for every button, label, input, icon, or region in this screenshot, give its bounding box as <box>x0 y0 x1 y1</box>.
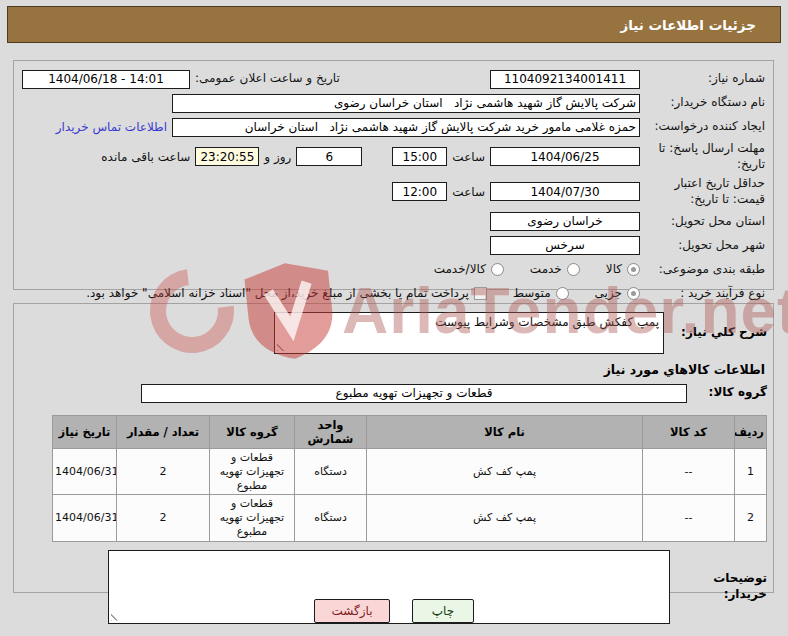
need-description-label: شرح کلي نیاز: <box>669 325 767 341</box>
request-creator-input[interactable] <box>172 118 640 137</box>
goods-group-label: گروه کالا: <box>703 385 767 401</box>
delivery-city-input[interactable] <box>490 236 640 255</box>
col-date: تاریخ نیاز <box>53 416 117 449</box>
announce-datetime-input[interactable] <box>22 70 190 89</box>
row-subject-classification: طبقه بندی موضوعی: کالا خدمت کالا/خدمت <box>22 259 765 279</box>
cell-code: -- <box>643 449 735 495</box>
radio-medium-label: متوسط <box>513 286 551 300</box>
treasury-checkbox[interactable] <box>474 287 487 300</box>
need-goods-panel: شرح کلي نیاز: پمپ کفکش طبق مشخصات وشرایط… <box>13 303 774 593</box>
col-unit: واحد شمارش <box>295 416 367 449</box>
col-qty: تعداد / مقدار <box>117 416 210 449</box>
table-row: 1 -- پمپ کف کش دستگاه قطعات و تجهیزات ته… <box>53 449 767 495</box>
row-delivery-province: استان محل تحویل: <box>22 211 765 231</box>
purchase-process-label: نوع فرآیند خرید : <box>645 286 765 302</box>
goods-table-header-row: ردیف کد کالا نام کالا واحد شمارش گروه کا… <box>53 416 767 449</box>
cell-group: قطعات و تجهیزات تهویه مطبوع <box>210 449 295 495</box>
delivery-province-label: استان محل تحویل: <box>645 214 765 230</box>
cell-qty: 2 <box>117 449 210 495</box>
need-info-panel: شماره نیاز: تاریخ و ساعت اعلان عمومی: نا… <box>13 60 774 290</box>
treasury-checkbox-label: پرداخت تمام یا بخشی از مبلغ خرید،از محل … <box>86 286 469 300</box>
buyer-name-label: نام دستگاه خریدار: <box>645 95 765 111</box>
radio-medium[interactable] <box>556 287 569 300</box>
validity-hour-label: ساعت <box>452 185 485 199</box>
cell-unit: دستگاه <box>295 449 367 495</box>
cell-date: 1404/06/31 <box>53 495 117 541</box>
delivery-city-label: شهر محل تحویل: <box>645 238 765 254</box>
back-button[interactable]: بازگشت <box>314 599 390 623</box>
resize-grip-icon[interactable] <box>277 341 287 351</box>
buyer-notes-label: توضیحات خریدار: <box>675 571 767 602</box>
cell-code: -- <box>643 495 735 541</box>
cell-unit: دستگاه <box>295 495 367 541</box>
footer-buttons: چاپ بازگشت <box>0 599 788 623</box>
days-remaining-input[interactable] <box>296 147 362 166</box>
cell-date: 1404/06/31 <box>53 449 117 495</box>
page-title: جزئیات اطلاعات نیاز <box>7 6 781 43</box>
reply-deadline-date-input[interactable] <box>490 147 640 166</box>
price-validity-time-input[interactable] <box>392 182 447 201</box>
days-label: روز و <box>264 150 291 164</box>
radio-goods-service-label: کالا/خدمت <box>434 262 486 276</box>
goods-group-input[interactable] <box>141 384 687 403</box>
need-number-input[interactable] <box>490 70 640 89</box>
row-buyer-name: نام دستگاه خریدار: <box>22 93 765 113</box>
table-row: 2 -- پمپ کف کش دستگاه قطعات و تجهیزات ته… <box>53 495 767 541</box>
need-details-page: جزئیات اطلاعات نیاز شماره نیاز: تاریخ و … <box>0 0 788 636</box>
cell-row: 1 <box>735 449 767 495</box>
print-button[interactable]: چاپ <box>412 599 474 623</box>
cell-name: پمپ کف کش <box>367 495 643 541</box>
row-need-number: شماره نیاز: تاریخ و ساعت اعلان عمومی: <box>22 69 765 89</box>
price-validity-label: حداقل تاریخ اعتبار قیمت: تا تاریخ: <box>645 176 765 207</box>
need-description-textarea[interactable]: پمپ کفکش طبق مشخصات وشرایط پیوست <box>274 312 664 354</box>
col-group: گروه کالا <box>210 416 295 449</box>
delivery-province-input[interactable] <box>490 212 640 231</box>
need-number-label: شماره نیاز: <box>645 71 765 87</box>
row-price-validity: حداقل تاریخ اعتبار قیمت: تا تاریخ: ساعت <box>22 176 765 207</box>
remaining-label: ساعت باقی مانده <box>101 150 190 164</box>
buyer-contact-link[interactable]: اطلاعات تماس خریدار <box>56 120 167 134</box>
radio-partial[interactable] <box>627 287 640 300</box>
row-goods-group: گروه کالا: <box>20 383 767 403</box>
buyer-name-input[interactable] <box>172 94 640 113</box>
col-name: نام کالا <box>367 416 643 449</box>
price-validity-date-input[interactable] <box>490 182 640 201</box>
col-code: کد کالا <box>643 416 735 449</box>
goods-table: ردیف کد کالا نام کالا واحد شمارش گروه کا… <box>52 415 767 542</box>
cell-row: 2 <box>735 495 767 541</box>
request-creator-label: ایجاد کننده درخواست: <box>645 119 765 135</box>
subject-classification-label: طبقه بندی موضوعی: <box>645 262 765 278</box>
need-description-value: پمپ کفکش طبق مشخصات وشرایط پیوست <box>435 315 659 329</box>
radio-goods-label: کالا <box>606 262 622 276</box>
countdown-input[interactable] <box>195 147 259 166</box>
radio-goods[interactable] <box>627 263 640 276</box>
col-row: ردیف <box>735 416 767 449</box>
radio-partial-label: جزیی <box>595 286 622 300</box>
row-request-creator: ایجاد کننده درخواست: اطلاعات تماس خریدار <box>22 117 765 137</box>
reply-deadline-label: مهلت ارسال پاسخ: تا تاریخ: <box>645 141 765 172</box>
row-need-description: شرح کلي نیاز: پمپ کفکش طبق مشخصات وشرایط… <box>20 312 767 354</box>
reply-deadline-time-input[interactable] <box>392 147 447 166</box>
cell-name: پمپ کف کش <box>367 449 643 495</box>
goods-section-heading: اطلاعات کالاهاي مورد نیاز <box>22 362 765 377</box>
cell-group: قطعات و تجهیزات تهویه مطبوع <box>210 495 295 541</box>
radio-service-label: خدمت <box>530 262 562 276</box>
radio-service[interactable] <box>567 263 580 276</box>
cell-qty: 2 <box>117 495 210 541</box>
radio-goods-service[interactable] <box>491 263 504 276</box>
row-purchase-process: نوع فرآیند خرید : جزیی متوسط پرداخت تمام… <box>22 283 765 303</box>
row-delivery-city: شهر محل تحویل: <box>22 235 765 255</box>
row-reply-deadline: مهلت ارسال پاسخ: تا تاریخ: ساعت روز و سا… <box>22 141 765 172</box>
reply-hour-label: ساعت <box>452 150 485 164</box>
announce-datetime-label: تاریخ و ساعت اعلان عمومی: <box>195 71 340 87</box>
